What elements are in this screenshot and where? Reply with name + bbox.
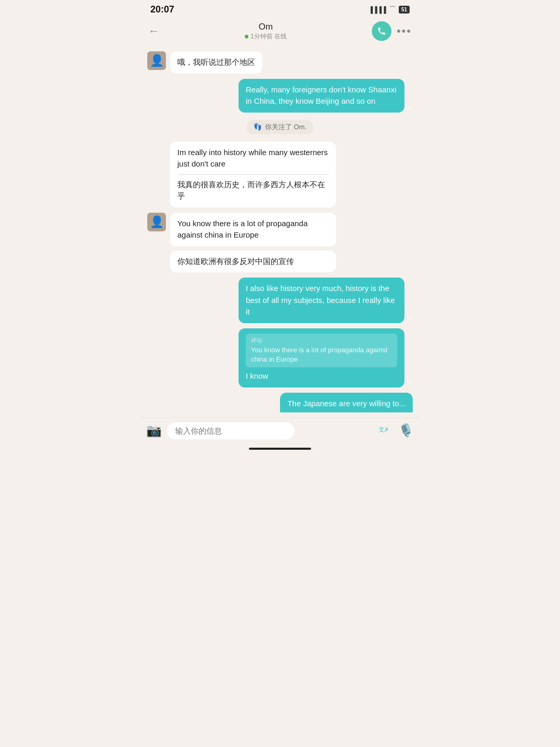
incoming-bubble: 哦，我听说过那个地区 <box>170 51 262 74</box>
online-status: 1分钟前 在线 <box>245 32 287 41</box>
message-row: I also like history very much, history i… <box>147 278 413 323</box>
system-bubble: 👣 你关注了 Om. <box>246 120 314 134</box>
message-row: Im really into history while many wester… <box>147 142 413 208</box>
incoming-bubble: Im really into history while many wester… <box>170 142 336 208</box>
call-button[interactable] <box>372 21 391 41</box>
peek-text: The Japanese are very willing to... <box>287 399 405 408</box>
chat-header: ← Om 1分钟前 在线 ••• <box>140 17 420 46</box>
contact-info: Om 1分钟前 在线 <box>245 22 287 41</box>
chat-area: 👤 哦，我听说过那个地区 Really, many foreigners don… <box>140 46 420 418</box>
translation-text: 你知道欧洲有很多反对中国的宣传 <box>177 257 294 266</box>
online-dot <box>245 35 248 38</box>
input-bar: 📷 文A 🎙️ <box>140 418 420 444</box>
microphone-icon[interactable]: 🎙️ <box>398 423 414 438</box>
avatar: 👤 <box>147 51 166 70</box>
read-receipt: ✓ <box>407 104 413 112</box>
peek-message-row: The Japanese are very willing to... <box>147 393 413 412</box>
outgoing-reply-bubble: 评论 You know there is a lot of propaganda… <box>239 328 404 388</box>
more-button[interactable]: ••• <box>397 24 412 38</box>
status-bar: 20:07 ▐▐▐▐ ⌒ 51 <box>140 0 420 17</box>
header-actions: ••• <box>372 21 412 41</box>
home-indicator <box>249 448 311 450</box>
back-button[interactable]: ← <box>148 24 160 38</box>
message-row: 👤 You know there is a lot of propaganda … <box>147 213 413 273</box>
reply-preview: 评论 You know there is a lot of propaganda… <box>246 334 397 368</box>
wifi-icon: ⌒ <box>389 5 396 15</box>
bubble-divider <box>177 174 329 175</box>
read-receipt: ✓ <box>407 379 413 386</box>
message-row: Really, many foreigners don't know Shaan… <box>147 79 413 113</box>
read-receipt: ✓ <box>407 314 413 322</box>
contact-name: Om <box>245 22 287 32</box>
message-text: Really, many foreigners don't know Shaan… <box>246 85 396 106</box>
reply-label: 评论 <box>251 337 392 344</box>
peek-bubble: The Japanese are very willing to... <box>280 393 413 412</box>
status-text: 1分钟前 在线 <box>250 32 287 41</box>
system-text: 你关注了 Om. <box>265 122 306 132</box>
bubble-group: You know there is a lot of propaganda ag… <box>170 213 336 273</box>
message-text: Im really into history while many wester… <box>177 148 328 169</box>
message-row: 评论 You know there is a lot of propaganda… <box>147 328 413 388</box>
system-notification: 👣 你关注了 Om. <box>147 118 413 136</box>
footprints-icon: 👣 <box>254 123 262 131</box>
incoming-bubble-translation: 你知道欧洲有很多反对中国的宣传 <box>170 251 336 273</box>
svg-text:文A: 文A <box>379 426 388 433</box>
message-input-wrapper: 文A <box>167 422 393 439</box>
signal-icon: ▐▐▐▐ <box>369 6 386 13</box>
message-text: I know <box>246 371 268 380</box>
battery-indicator: 51 <box>399 6 410 13</box>
translation-text: 我真的很喜欢历史，而许多西方人根本不在乎 <box>177 180 325 201</box>
message-input[interactable] <box>167 422 295 439</box>
message-text: 哦，我听说过那个地区 <box>177 58 255 66</box>
message-text: I also like history very much, history i… <box>246 284 395 316</box>
avatar: 👤 <box>147 213 166 231</box>
outgoing-bubble: I also like history very much, history i… <box>239 278 404 323</box>
outgoing-bubble: Really, many foreigners don't know Shaan… <box>239 79 404 113</box>
status-icons: ▐▐▐▐ ⌒ 51 <box>369 5 410 15</box>
translate-button[interactable]: 文A <box>377 424 388 437</box>
reply-quoted-text: You know there is a lot of propaganda ag… <box>251 346 387 363</box>
incoming-bubble: You know there is a lot of propaganda ag… <box>170 213 336 246</box>
status-time: 20:07 <box>150 4 174 15</box>
message-row: 👤 哦，我听说过那个地区 <box>147 51 413 74</box>
home-bar <box>140 444 420 452</box>
message-text: You know there is a lot of propaganda ag… <box>177 219 307 240</box>
camera-icon[interactable]: 📷 <box>146 423 162 438</box>
